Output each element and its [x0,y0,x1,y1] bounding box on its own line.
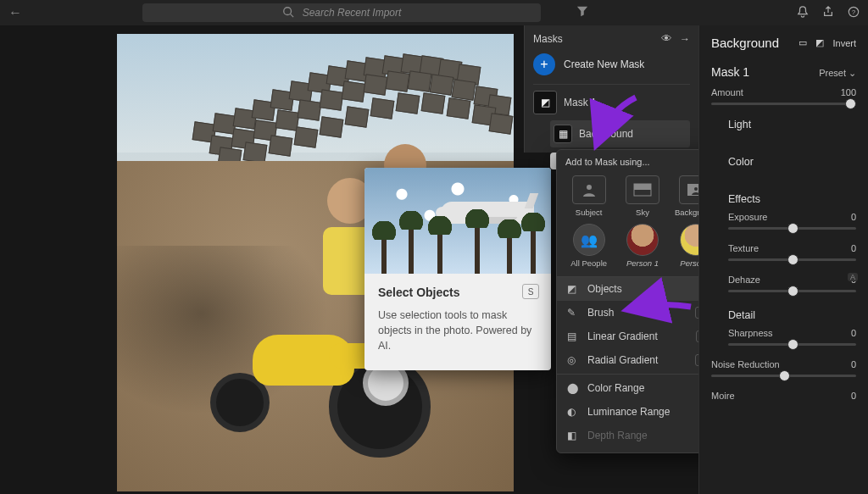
panel-title: Background [711,36,779,50]
person-label: Person 1 [620,258,665,268]
search-icon [282,6,294,20]
depth-icon: ◧ [567,430,579,441]
sharpness-slider[interactable]: Sharpness0 [728,328,856,346]
search-placeholder: Search Recent Import [303,7,402,19]
adjustments-panel: Background ▭ ◩ Invert Mask 1 Preset ⌄ Am… [698,25,868,494]
objects-icon: ◩ [567,283,579,295]
svg-text:?: ? [852,8,856,15]
svg-line-1 [290,14,293,17]
mask-tool-subject[interactable]: Subject [567,175,611,217]
person-avatar [626,224,659,256]
svg-point-9 [587,185,592,190]
svg-rect-11 [634,184,651,190]
linear-gradient-icon: ▤ [567,330,579,342]
mask-thumb: ◩ [533,91,557,114]
slider-label: Sharpness [728,328,773,338]
share-icon[interactable] [822,6,834,20]
slider-label: Exposure [728,212,767,222]
mask-tool-person-1[interactable]: Person 1 [620,224,665,268]
preset-dropdown[interactable]: Preset ⌄ [819,68,856,79]
masks-panel-title: Masks [533,33,563,45]
mask-component-background[interactable]: ▦ Background [550,120,690,147]
tile-label: Subject [567,208,611,217]
mask-item-label: Mask 1 [564,97,597,108]
row-label: Objects [587,283,622,295]
tooltip-description: Use selection tools to mask objects in t… [378,308,537,353]
exposure-slider[interactable]: Exposure0 [728,212,856,230]
slider-label: Noise Reduction [711,359,780,369]
plus-icon: + [533,53,555,75]
chat-icon[interactable]: ▭ [798,37,807,48]
help-icon[interactable]: ? [848,6,860,20]
color-range-icon: ⬤ [567,382,579,394]
row-label: Brush [587,307,614,319]
mask-component-label: Background [579,128,633,140]
moire-slider[interactable]: Moire0 [711,391,856,401]
search-input[interactable]: Search Recent Import [142,3,541,22]
slider-value: 0 [851,243,856,253]
amount-slider[interactable]: Amount100 [711,87,856,105]
auto-chip[interactable]: A [848,273,858,281]
tooltip-title: Select Objects [378,286,537,299]
tooltip-preview-image [364,168,551,274]
panel-collapse-icon[interactable]: → [680,33,690,45]
row-label: Depth Range [587,430,648,441]
back-button[interactable]: ← [8,5,22,20]
subject-icon [572,175,606,204]
svg-point-13 [694,187,698,191]
chevron-down-icon: ⌄ [849,68,856,78]
section-detail[interactable]: Detail [728,309,856,321]
tile-label: Sky [620,208,665,217]
invert-icon[interactable]: ◩ [815,37,824,48]
mask-component-thumb: ▦ [554,125,572,143]
top-bar: ← Search Recent Import ? [0,0,868,25]
person-label: All People [567,258,611,268]
row-label: Radial Gradient [587,354,658,366]
slider-value: 0 [851,359,856,369]
brush-icon: ✎ [567,307,579,319]
select-objects-tooltip: Select Objects S Use selection tools to … [364,168,551,370]
bell-icon[interactable] [797,6,809,20]
svg-point-0 [283,7,291,14]
slider-value: 0 [851,391,856,401]
radial-gradient-icon: ◎ [567,354,579,366]
create-new-mask-label: Create New Mask [564,58,644,70]
section-color[interactable]: Color [728,156,856,168]
slider-value: 0 [851,328,856,338]
section-effects[interactable]: Effects [728,193,856,205]
mask-item-mask1[interactable]: ◩ Mask 1 [533,85,690,120]
create-new-mask-button[interactable]: + Create New Mask [533,50,690,85]
luminance-icon: ◐ [567,406,579,418]
people-icon: 👥 [573,224,605,256]
slider-label: Dehaze [728,275,760,285]
masks-panel: Masks 👁 → + Create New Mask ◩ Mask 1 ▦ B… [524,25,698,153]
slider-value: 100 [841,87,856,97]
mask-tool-all-people[interactable]: 👥 All People [567,224,611,268]
slider-label: Amount [711,87,743,97]
slider-label: Moire [711,391,735,401]
row-label: Luminance Range [587,406,670,418]
mask-tool-sky[interactable]: Sky [620,175,665,217]
row-label: Color Range [587,382,644,394]
invert-label[interactable]: Invert [832,38,856,48]
topbar-right-actions: ? [797,6,860,20]
texture-slider[interactable]: Texture0 [728,243,856,261]
mask-name: Mask 1 [711,65,749,79]
section-light[interactable]: Light [728,119,856,130]
tooltip-shortcut: S [522,284,539,299]
row-label: Linear Gradient [587,330,658,342]
dehaze-slider[interactable]: Dehaze0 A [728,275,856,292]
filter-icon[interactable] [576,5,588,20]
noise-reduction-slider[interactable]: Noise Reduction0 [711,359,856,377]
sky-icon [626,175,659,204]
slider-label: Texture [728,243,759,253]
eye-icon[interactable]: 👁 [661,32,672,45]
slider-value: 0 [851,212,856,222]
